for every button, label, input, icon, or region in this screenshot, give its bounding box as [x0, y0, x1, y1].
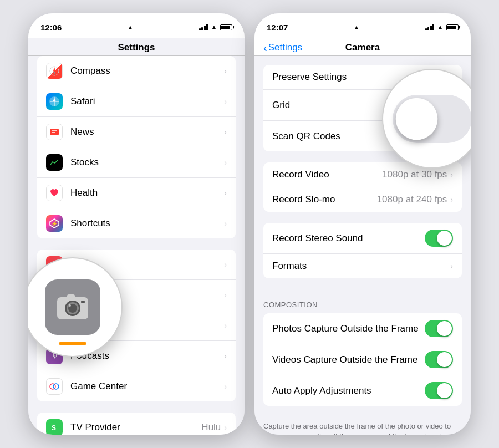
settings-row-safari[interactable]: Safari › — [37, 86, 236, 117]
record-slomo-chevron: › — [450, 195, 453, 204]
settings-row-news[interactable]: News › — [37, 117, 236, 147]
auto-apply-row[interactable]: Auto Apply Adjustments — [263, 375, 462, 406]
tv-chevron: › — [224, 291, 227, 299]
camera-group-2: Record Video 1080p at 30 fps › Record Sl… — [263, 162, 462, 212]
record-stereo-row[interactable]: Record Stereo Sound — [263, 223, 462, 254]
svg-text:⚡: ⚡ — [51, 220, 58, 227]
photos-capture-row[interactable]: Photos Capture Outside the Frame — [263, 313, 462, 344]
stocks-icon — [46, 154, 63, 171]
tvprovider-chevron: › — [224, 423, 227, 432]
record-stereo-label: Record Stereo Sound — [272, 233, 425, 244]
phone-settings: 12:06 ▲ ▲ Settings — [28, 13, 245, 435]
health-chevron: › — [224, 189, 227, 197]
tvprovider-value: Hulu — [201, 422, 221, 433]
camera-title: Camera — [345, 42, 380, 53]
settings-row-gamecenter[interactable]: Game Center › — [37, 371, 236, 401]
videos-capture-row[interactable]: Videos Capture Outside the Frame — [263, 344, 462, 375]
shortcuts-icon: ⚡ — [46, 215, 63, 232]
settings-group-3: S TV Provider Hulu › 1 1Blocker › — [37, 413, 236, 435]
status-icons-1: ▲ — [199, 23, 232, 31]
formats-row[interactable]: Formats › — [263, 254, 462, 278]
settings-row-stocks[interactable]: Stocks › — [37, 147, 236, 178]
status-bar-2: 12:07 ▲ ▲ — [254, 13, 471, 38]
battery-icon-2 — [446, 24, 459, 30]
stocks-label: Stocks — [70, 157, 224, 168]
signal-icon-1 — [199, 24, 208, 30]
wifi-icon-2: ▲ — [437, 23, 444, 31]
settings-title: Settings — [37, 42, 236, 53]
shortcuts-chevron: › — [224, 219, 227, 228]
location-icon-2: ▲ — [354, 24, 360, 30]
camera-zoomed-icon — [45, 279, 100, 335]
svg-rect-28 — [67, 294, 75, 300]
settings-nav-bar: Settings — [28, 38, 245, 56]
videos-capture-toggle[interactable] — [425, 351, 453, 368]
formats-label: Formats — [272, 261, 450, 272]
svg-text:S: S — [52, 424, 56, 432]
settings-row-shortcuts[interactable]: ⚡ Shortcuts › — [37, 208, 236, 238]
record-video-chevron: › — [450, 170, 453, 179]
health-label: Health — [70, 187, 224, 198]
status-time-1: 12:06 — [40, 23, 62, 32]
status-icons-2: ▲ — [425, 23, 459, 31]
formats-chevron: › — [450, 262, 453, 271]
location-icon-1: ▲ — [128, 24, 134, 30]
record-stereo-toggle[interactable] — [425, 230, 453, 247]
news-chevron: › — [224, 128, 227, 136]
signal-icon-2 — [425, 24, 435, 30]
record-slomo-row[interactable]: Record Slo-mo 1080p at 240 fps › — [263, 187, 462, 212]
status-time-2: 12:07 — [267, 23, 288, 32]
svg-point-32 — [69, 304, 71, 307]
podcasts-chevron: › — [224, 352, 227, 360]
camera-nav-bar: ‹ Settings Camera — [254, 38, 471, 56]
shortcuts-label: Shortcuts — [70, 218, 224, 229]
tvprovider-label: TV Provider — [70, 422, 201, 433]
settings-row-tvprovider[interactable]: S TV Provider Hulu › — [37, 413, 236, 435]
settings-group-1: Compass › Safari › News › — [37, 56, 236, 238]
news-label: News — [70, 126, 224, 138]
phone-camera: 12:07 ▲ ▲ ‹ Settings Camera — [254, 13, 471, 435]
compass-chevron: › — [224, 67, 227, 75]
videos-capture-label: Videos Capture Outside the Frame — [272, 354, 425, 365]
composition-group: Photos Capture Outside the Frame Videos … — [263, 313, 462, 406]
battery-icon-1 — [220, 24, 232, 30]
status-bar-1: 12:06 ▲ ▲ — [28, 13, 245, 38]
auto-apply-label: Auto Apply Adjustments — [272, 385, 425, 396]
photos-capture-label: Photos Capture Outside the Frame — [272, 323, 425, 334]
photos-capture-toggle[interactable] — [425, 320, 453, 337]
auto-apply-toggle[interactable] — [425, 382, 453, 399]
music-chevron: › — [224, 260, 227, 269]
zoomed-toggle — [393, 95, 471, 143]
composition-section-label: COMPOSITION — [254, 289, 471, 313]
safari-icon — [46, 93, 63, 110]
svg-rect-7 — [50, 129, 59, 135]
safari-chevron: › — [224, 97, 227, 106]
gamecenter-label: Game Center — [70, 381, 224, 392]
camera-chevron: › — [224, 321, 227, 330]
record-video-label: Record Video — [272, 169, 382, 180]
settings-row-compass[interactable]: Compass › — [37, 56, 236, 86]
record-slomo-value: 1080p at 240 fps — [377, 194, 447, 205]
tvprovider-icon: S — [46, 419, 63, 435]
record-slomo-label: Record Slo-mo — [272, 194, 377, 205]
gamecenter-icon — [46, 378, 63, 395]
svg-rect-33 — [81, 301, 85, 303]
health-icon — [46, 185, 63, 201]
compass-icon — [46, 63, 63, 79]
svg-point-20 — [53, 384, 59, 389]
compass-label: Compass — [70, 65, 224, 77]
back-label: Settings — [268, 42, 302, 53]
nav-back-button[interactable]: ‹ Settings — [263, 42, 302, 53]
gamecenter-chevron: › — [224, 382, 227, 391]
safari-label: Safari — [70, 96, 224, 107]
news-icon — [46, 124, 63, 140]
zoomed-toggle-container — [393, 95, 471, 143]
settings-row-health[interactable]: Health › — [37, 178, 236, 208]
wifi-icon-1: ▲ — [211, 23, 217, 31]
settings-scroll[interactable]: Compass › Safari › News › — [28, 56, 245, 435]
record-video-value: 1080p at 30 fps — [382, 169, 447, 180]
back-chevron-icon: ‹ — [263, 42, 267, 53]
composition-description: Capture the area outside the frame of th… — [254, 417, 471, 435]
stocks-chevron: › — [224, 158, 227, 167]
camera-group-3: Record Stereo Sound Formats › — [263, 223, 462, 278]
